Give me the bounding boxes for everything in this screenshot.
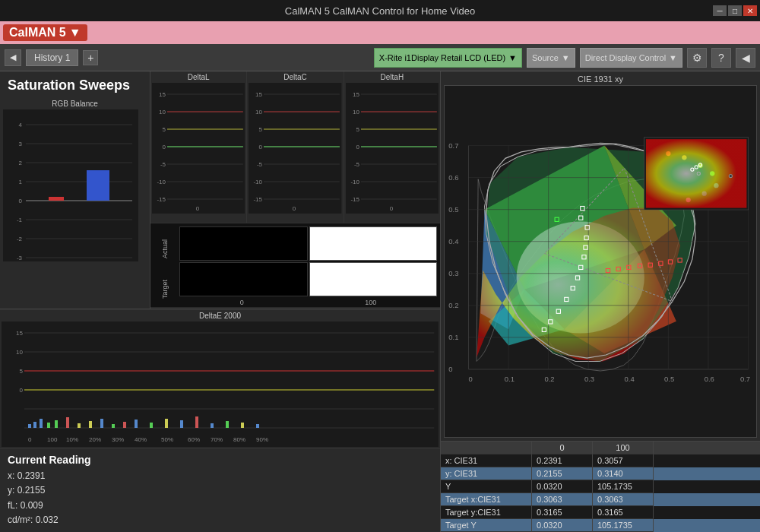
svg-text:0.4: 0.4 (625, 375, 635, 383)
svg-text:0.1: 0.1 (505, 375, 515, 383)
svg-text:20%: 20% (89, 436, 101, 443)
menu-bar: CalMAN 5 ▼ (0, 21, 760, 44)
row3-val0: 0.0320 (532, 480, 593, 493)
svg-rect-100 (150, 423, 153, 428)
svg-text:-10: -10 (157, 179, 166, 185)
ddc-dropdown-icon: ▼ (669, 53, 677, 62)
svg-text:0: 0 (163, 144, 166, 150)
svg-text:-10: -10 (350, 179, 359, 185)
svg-text:-1: -1 (17, 217, 23, 223)
svg-text:40%: 40% (135, 436, 147, 443)
row3-label: Y (441, 480, 532, 493)
svg-text:0.2: 0.2 (448, 301, 458, 309)
svg-text:-10: -10 (254, 179, 263, 185)
svg-rect-195 (646, 139, 746, 207)
svg-text:10: 10 (353, 109, 359, 116)
main-content: Saturation Sweeps RGB Balance (0, 71, 760, 532)
svg-text:0: 0 (259, 144, 263, 150)
svg-rect-107 (256, 424, 259, 428)
delta-c-svg: 15 10 5 0 -5 -10 -15 0 (249, 83, 341, 214)
delta-l-title: DeltaL (152, 73, 245, 81)
row4-val0: 0.3063 (532, 493, 593, 506)
source-dropdown[interactable]: Source ▼ (527, 48, 575, 68)
svg-text:0.1: 0.1 (448, 333, 458, 341)
logo-button[interactable]: CalMAN 5 ▼ (3, 24, 87, 41)
svg-text:-2: -2 (17, 236, 23, 242)
svg-text:-5: -5 (160, 161, 166, 168)
x-reading: x: 0.2391 (8, 469, 432, 483)
window-title: CalMAN 5 CalMAN Control for Home Video (285, 5, 475, 17)
table-row: Target y:CIE31 0.3165 0.3165 (441, 506, 760, 519)
rgb-balance-title: RGB Balance (3, 100, 147, 108)
collapse-button[interactable]: ◀ (736, 48, 755, 68)
svg-text:30%: 30% (112, 436, 124, 443)
device-dropdown-icon: ▼ (508, 53, 517, 62)
row1-label: x: CIE31 (441, 454, 532, 467)
patch-val-0: 0 (240, 299, 244, 306)
svg-text:100: 100 (47, 436, 58, 443)
delta-h-title: DeltaH (346, 73, 439, 81)
svg-point-200 (729, 174, 732, 177)
svg-text:0.5: 0.5 (664, 375, 674, 383)
add-tab-button[interactable]: + (83, 50, 98, 65)
svg-text:-15: -15 (350, 196, 359, 203)
svg-rect-20 (152, 83, 245, 214)
row3-val100: 105.1735 (593, 480, 654, 493)
svg-rect-103 (195, 416, 198, 428)
help-button[interactable]: ? (711, 48, 731, 68)
svg-text:0: 0 (356, 144, 359, 150)
svg-text:10%: 10% (66, 436, 78, 443)
svg-rect-95 (89, 421, 92, 428)
table-row: x: CIE31 0.2391 0.3057 (441, 454, 760, 467)
col2-header: 0 (532, 442, 593, 454)
table-row: y: CIE31 0.2155 0.3140 (441, 467, 760, 480)
svg-rect-18 (49, 197, 64, 201)
svg-text:50%: 50% (161, 436, 173, 443)
svg-text:0: 0 (19, 198, 23, 204)
svg-text:0: 0 (20, 387, 24, 394)
svg-text:10: 10 (255, 109, 262, 116)
maximize-button[interactable]: □ (728, 5, 742, 16)
settings-icon: ⚙ (692, 52, 702, 64)
svg-text:0: 0 (448, 365, 452, 373)
svg-rect-89 (33, 422, 36, 428)
svg-text:5: 5 (259, 126, 263, 133)
left-section: Saturation Sweeps RGB Balance (0, 71, 150, 309)
delta-c-chart: DeltaC 15 10 5 (247, 71, 344, 223)
ddc-dropdown[interactable]: Direct Display Control ▼ (580, 48, 682, 68)
cdm2-reading: cd/m²: 0.032 (8, 513, 432, 527)
history-tab[interactable]: History 1 (26, 49, 78, 66)
svg-text:0: 0 (196, 205, 200, 212)
svg-rect-91 (47, 423, 50, 428)
fl-reading: fL: 0.009 (8, 499, 432, 513)
settings-button[interactable]: ⚙ (687, 48, 707, 68)
reading-title: Current Reading (8, 454, 432, 466)
row5-label: Target y:CIE31 (441, 506, 532, 519)
data-table: 0 100 x: CIE31 0.2391 0.3057 y: CIE31 0.… (441, 441, 760, 532)
nav-back-button[interactable]: ◀ (5, 49, 21, 66)
minimize-button[interactable]: ─ (713, 5, 727, 16)
close-button[interactable]: ✕ (743, 5, 757, 16)
deltae-title: DeltaE 2000 (2, 312, 439, 320)
delta-charts-section: DeltaL 15 (150, 71, 440, 309)
row2-val100: 0.3140 (593, 467, 654, 480)
actual-label: Actual (161, 236, 169, 258)
svg-text:0.3: 0.3 (584, 375, 594, 383)
cie-chart-title: CIE 1931 xy (444, 74, 757, 84)
svg-text:10: 10 (159, 109, 166, 116)
collapse-icon: ◀ (742, 52, 750, 64)
row5-val0: 0.3165 (532, 506, 593, 519)
svg-rect-98 (123, 422, 126, 428)
svg-text:90%: 90% (256, 436, 268, 443)
deltae-svg: 15 10 5 0 (2, 321, 439, 447)
device-label: X-Rite i1Display Retail LCD (LED) (379, 53, 505, 62)
svg-text:80%: 80% (233, 436, 245, 443)
svg-text:0: 0 (469, 375, 473, 383)
delta-row: DeltaL 15 (150, 71, 440, 223)
target-label: Target (161, 276, 169, 299)
logo-text: CalMAN 5 (9, 26, 66, 40)
svg-text:-15: -15 (157, 196, 166, 203)
svg-text:0: 0 (293, 205, 296, 212)
device-dropdown[interactable]: X-Rite i1Display Retail LCD (LED) ▼ (374, 48, 522, 68)
svg-text:5: 5 (20, 368, 24, 375)
